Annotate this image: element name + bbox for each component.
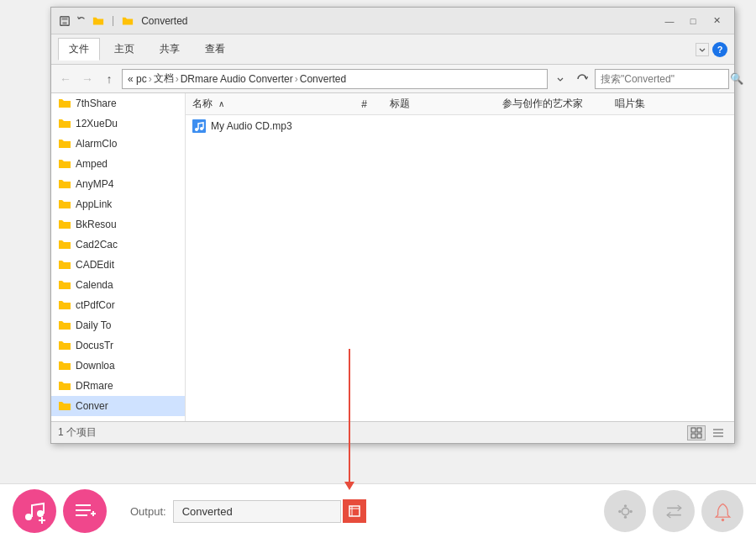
svg-rect-2 [62,21,66,24]
window-controls: — □ ✕ [659,13,727,29]
sidebar-item-docustr[interactable]: DocusTr [51,335,185,356]
back-button[interactable]: ← [56,70,75,88]
svg-rect-6 [691,428,696,432]
svg-point-14 [37,510,44,517]
sidebar-item-cad2cac[interactable]: Cad2Cac [51,235,185,255]
sidebar-item-bkresou[interactable]: BkResou [51,214,185,235]
sidebar-item-drmare[interactable]: DRmare [51,376,185,396]
tab-share[interactable]: 共享 [149,38,191,61]
search-icon: 🔍 [730,72,743,85]
svg-rect-7 [697,428,701,432]
grid-view-button[interactable] [687,425,706,440]
output-input[interactable] [173,500,341,523]
window-title: Converted [141,15,187,27]
svg-rect-22 [349,506,360,516]
bottom-toolbar: Output: [0,483,756,538]
sidebar-item-applink[interactable]: AppLink [51,194,185,214]
tab-view[interactable]: 查看 [194,38,236,61]
title-bar: | Converted — □ ✕ [51,8,734,34]
explorer-window: | Converted — □ ✕ 文件 主页 共享 查看 ? ← → ↑ [50,7,735,444]
path-part-docs: 文档 [154,71,174,86]
music-add-button[interactable] [13,489,56,533]
search-box[interactable]: 🔍 [595,69,729,89]
notification-circle-icon[interactable] [701,490,743,532]
save-icon[interactable] [58,14,71,28]
svg-point-26 [623,504,626,507]
ribbon: 文件 主页 共享 查看 ? [51,34,734,65]
item-count: 1 个项目 [58,425,97,440]
svg-rect-8 [691,434,696,438]
svg-point-30 [721,518,723,520]
path-part-drmare: DRmare Audio Converter [181,73,293,85]
output-area: Output: [130,499,604,523]
output-folder-button[interactable] [343,499,366,523]
minimize-button[interactable]: — [659,13,680,29]
sidebar-item-dailyto[interactable]: Daily To [51,315,185,335]
col-header-artist[interactable]: 参与创作的艺术家 [502,97,615,111]
list-view-button[interactable] [709,425,727,440]
svg-rect-9 [697,434,701,438]
output-label: Output: [130,505,166,518]
convert-circle-icon[interactable] [653,490,695,532]
address-path[interactable]: « pc › 文档 › DRmare Audio Converter › Con… [122,69,548,89]
file-list: 名称 ∧ # 标题 参与创作的艺术家 唱片集 [186,93,734,421]
refresh-button[interactable] [573,70,591,88]
forward-button[interactable]: → [78,70,97,88]
status-bar: 1 个项目 [51,421,734,443]
dropdown-button[interactable] [551,70,570,88]
red-arrow [349,349,350,483]
file-item-mp3[interactable]: My Audio CD.mp3 [186,115,734,137]
svg-point-5 [200,127,203,130]
path-part-pc: « pc [128,73,147,85]
folder-up-icon[interactable] [92,14,105,28]
col-header-album[interactable]: 唱片集 [615,97,727,111]
sidebar-item-7thshare[interactable]: 7thShare [51,93,185,113]
col-header-name[interactable]: 名称 ∧ [192,97,361,111]
sidebar-item-downloa[interactable]: Downloa [51,356,185,376]
right-toolbar-icons [604,490,743,532]
tab-home[interactable]: 主页 [103,38,145,61]
sidebar-item-calenda[interactable]: Calenda [51,275,185,295]
svg-point-27 [623,515,626,518]
close-button[interactable]: ✕ [706,13,727,29]
folder-nav-icon[interactable] [121,14,134,28]
playlist-button[interactable] [63,489,107,533]
tab-file[interactable]: 文件 [58,38,100,61]
col-header-number[interactable]: # [361,98,390,110]
titlebar-quick-actions: | [58,14,134,28]
view-controls [687,425,727,440]
svg-point-25 [622,508,628,514]
address-bar: ← → ↑ « pc › 文档 › DRmare Audio Converter… [51,65,734,93]
undo-icon[interactable] [75,14,88,28]
path-part-converted: Converted [300,73,346,85]
sidebar-item-cadedit[interactable]: CADEdit [51,255,185,275]
sidebar: 7thShare 12XueDu AlarmClo Amped AnyMP4 A… [51,93,186,421]
sidebar-item-conver[interactable]: Conver [51,396,185,416]
col-header-title[interactable]: 标题 [390,97,502,111]
sidebar-item-alarmclo[interactable]: AlarmClo [51,134,185,154]
svg-point-28 [618,509,621,512]
ribbon-expand-icon[interactable] [696,43,709,56]
svg-point-13 [25,514,32,520]
svg-rect-1 [62,16,68,19]
help-icon[interactable]: ? [712,42,727,57]
sidebar-item-anymp4[interactable]: AnyMP4 [51,174,185,194]
sidebar-item-amped[interactable]: Amped [51,154,185,174]
search-input[interactable] [601,73,727,85]
sidebar-item-ctpdfcor[interactable]: ctPdfCor [51,295,185,315]
sidebar-item-12xuede[interactable]: 12XueDu [51,113,185,134]
settings-circle-icon[interactable] [604,490,646,532]
maximize-button[interactable]: □ [682,13,704,29]
file-list-header: 名称 ∧ # 标题 参与创作的艺术家 唱片集 [186,93,734,115]
content-area: 7thShare 12XueDu AlarmClo Amped AnyMP4 A… [51,93,734,421]
svg-point-29 [629,509,632,512]
up-button[interactable]: ↑ [100,70,118,88]
